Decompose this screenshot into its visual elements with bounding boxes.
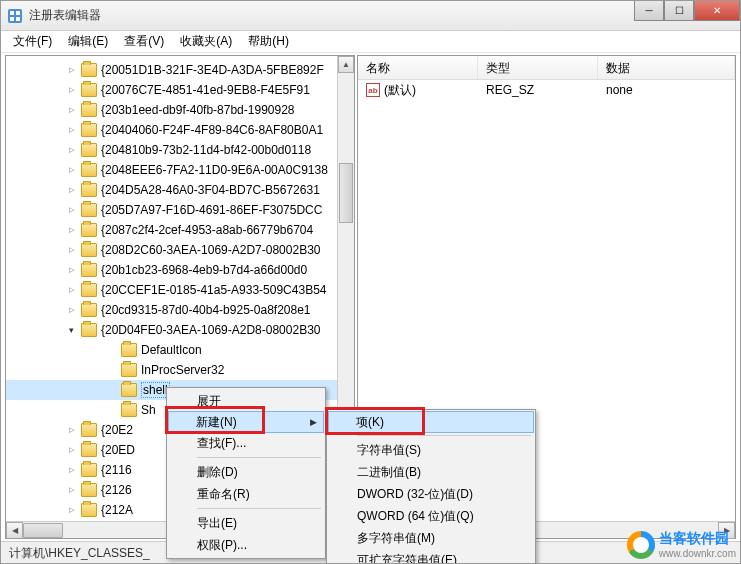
list-row[interactable]: ab(默认)REG_SZnone xyxy=(358,80,735,100)
col-data[interactable]: 数据 xyxy=(598,56,735,79)
folder-icon xyxy=(121,343,137,357)
tree-label: {2116 xyxy=(101,463,132,477)
tree-item[interactable]: {204D5A28-46A0-3F04-BD7C-B5672631 xyxy=(6,180,354,200)
tree-item[interactable]: {20D04FE0-3AEA-1069-A2D8-08002B30 xyxy=(6,320,354,340)
watermark-logo-icon xyxy=(627,531,655,559)
tree-item[interactable]: {20404060-F24F-4F89-84C6-8AF80B0A1 xyxy=(6,120,354,140)
folder-icon xyxy=(81,203,97,217)
folder-icon xyxy=(81,503,97,517)
value-data: none xyxy=(598,83,735,97)
folder-icon xyxy=(81,463,97,477)
expand-closed-icon[interactable] xyxy=(66,85,77,96)
scroll-up-icon[interactable]: ▲ xyxy=(338,56,354,73)
vscroll-thumb[interactable] xyxy=(339,163,353,223)
tree-item[interactable]: {208D2C60-3AEA-1069-A2D7-08002B30 xyxy=(6,240,354,260)
menu-view[interactable]: 查看(V) xyxy=(116,31,172,52)
expand-open-icon[interactable] xyxy=(66,325,77,336)
expand-closed-icon[interactable] xyxy=(66,485,77,496)
tree-item[interactable]: {20b1cb23-6968-4eb9-b7d4-a66d00d0 xyxy=(6,260,354,280)
ctx-new-expandstring[interactable]: 可扩充字符串值(E) xyxy=(329,549,533,564)
folder-icon xyxy=(81,443,97,457)
context-submenu-new: 项(K) 字符串值(S) 二进制值(B) DWORD (32-位)值(D) QW… xyxy=(326,409,536,564)
tree-label: {208D2C60-3AEA-1069-A2D7-08002B30 xyxy=(101,243,321,257)
ctx-delete[interactable]: 删除(D) xyxy=(169,461,323,483)
expand-closed-icon[interactable] xyxy=(66,245,77,256)
expand-closed-icon[interactable] xyxy=(66,305,77,316)
tree-item[interactable]: {2087c2f4-2cef-4953-a8ab-66779b6704 xyxy=(6,220,354,240)
col-name[interactable]: 名称 xyxy=(358,56,478,79)
folder-icon xyxy=(81,63,97,77)
tree-item[interactable]: DefaultIcon xyxy=(6,340,354,360)
expand-closed-icon[interactable] xyxy=(66,465,77,476)
expand-closed-icon[interactable] xyxy=(66,205,77,216)
folder-icon xyxy=(81,103,97,117)
folder-icon xyxy=(81,423,97,437)
expand-closed-icon[interactable] xyxy=(66,125,77,136)
maximize-button[interactable]: ☐ xyxy=(664,1,694,21)
folder-icon xyxy=(121,403,137,417)
ctx-rename[interactable]: 重命名(R) xyxy=(169,483,323,505)
close-button[interactable]: ✕ xyxy=(694,1,740,21)
window-title: 注册表编辑器 xyxy=(29,7,734,24)
tree-item[interactable]: {20076C7E-4851-41ed-9EB8-F4E5F91 xyxy=(6,80,354,100)
list-header: 名称 类型 数据 xyxy=(358,56,735,80)
app-icon xyxy=(7,8,23,24)
expand-closed-icon[interactable] xyxy=(66,505,77,516)
folder-icon xyxy=(81,123,97,137)
expand-closed-icon[interactable] xyxy=(66,65,77,76)
tree-item[interactable]: {20cd9315-87d0-40b4-b925-0a8f208e1 xyxy=(6,300,354,320)
tree-item[interactable]: {204810b9-73b2-11d4-bf42-00b0d0118 xyxy=(6,140,354,160)
expand-closed-icon[interactable] xyxy=(66,165,77,176)
folder-icon xyxy=(121,363,137,377)
tree-label: {20D04FE0-3AEA-1069-A2D8-08002B30 xyxy=(101,323,320,337)
col-type[interactable]: 类型 xyxy=(478,56,598,79)
tree-label: {20ED xyxy=(101,443,135,457)
value-type: REG_SZ xyxy=(478,83,598,97)
tree-label: {20076C7E-4851-41ed-9EB8-F4E5F91 xyxy=(101,83,310,97)
scroll-left-icon[interactable]: ◀ xyxy=(6,522,23,539)
svg-rect-3 xyxy=(10,17,14,21)
tree-item[interactable]: {203b1eed-db9f-40fb-87bd-1990928 xyxy=(6,100,354,120)
tree-label: {204D5A28-46A0-3F04-BD7C-B5672631 xyxy=(101,183,320,197)
tree-item[interactable]: InProcServer32 xyxy=(6,360,354,380)
folder-icon xyxy=(81,183,97,197)
expand-closed-icon[interactable] xyxy=(66,145,77,156)
expand-closed-icon[interactable] xyxy=(66,265,77,276)
expand-closed-icon[interactable] xyxy=(66,105,77,116)
tree-item[interactable]: {205D7A97-F16D-4691-86EF-F3075DCC xyxy=(6,200,354,220)
menu-help[interactable]: 帮助(H) xyxy=(240,31,297,52)
tree-item[interactable]: {20051D1B-321F-3E4D-A3DA-5FBE892F xyxy=(6,60,354,80)
tree-item[interactable]: {20CCEF1E-0185-41a5-A933-509C43B54 xyxy=(6,280,354,300)
status-path: 计算机\HKEY_CLASSES_ xyxy=(9,546,150,560)
ctx-permissions[interactable]: 权限(P)... xyxy=(169,534,323,556)
ctx-new-dword[interactable]: DWORD (32-位)值(D) xyxy=(329,483,533,505)
menubar: 文件(F) 编辑(E) 查看(V) 收藏夹(A) 帮助(H) xyxy=(1,31,740,53)
tree-label: {20404060-F24F-4F89-84C6-8AF80B0A1 xyxy=(101,123,323,137)
expand-closed-icon[interactable] xyxy=(66,185,77,196)
svg-rect-4 xyxy=(16,17,20,21)
menu-edit[interactable]: 编辑(E) xyxy=(60,31,116,52)
ctx-new-multistring[interactable]: 多字符串值(M) xyxy=(329,527,533,549)
reg-string-icon: ab xyxy=(366,83,380,97)
tree-label: DefaultIcon xyxy=(141,343,202,357)
ctx-find[interactable]: 查找(F)... xyxy=(169,432,323,454)
menu-file[interactable]: 文件(F) xyxy=(5,31,60,52)
ctx-new-key[interactable]: 项(K) xyxy=(328,411,534,433)
menu-favorites[interactable]: 收藏夹(A) xyxy=(172,31,240,52)
ctx-new[interactable]: 新建(N)▶ xyxy=(168,411,324,433)
tree-item[interactable]: {2048EEE6-7FA2-11D0-9E6A-00A0C9138 xyxy=(6,160,354,180)
ctx-new-qword[interactable]: QWORD (64 位)值(Q) xyxy=(329,505,533,527)
folder-icon xyxy=(81,243,97,257)
hscroll-thumb[interactable] xyxy=(23,523,63,538)
expand-closed-icon[interactable] xyxy=(66,425,77,436)
minimize-button[interactable]: ─ xyxy=(634,1,664,21)
ctx-expand[interactable]: 展开 xyxy=(169,390,323,412)
expand-closed-icon[interactable] xyxy=(66,445,77,456)
ctx-new-binary[interactable]: 二进制值(B) xyxy=(329,461,533,483)
watermark-text: 当客软件园 xyxy=(659,530,736,548)
folder-icon xyxy=(81,283,97,297)
ctx-new-string[interactable]: 字符串值(S) xyxy=(329,439,533,461)
ctx-export[interactable]: 导出(E) xyxy=(169,512,323,534)
expand-closed-icon[interactable] xyxy=(66,285,77,296)
expand-closed-icon[interactable] xyxy=(66,225,77,236)
